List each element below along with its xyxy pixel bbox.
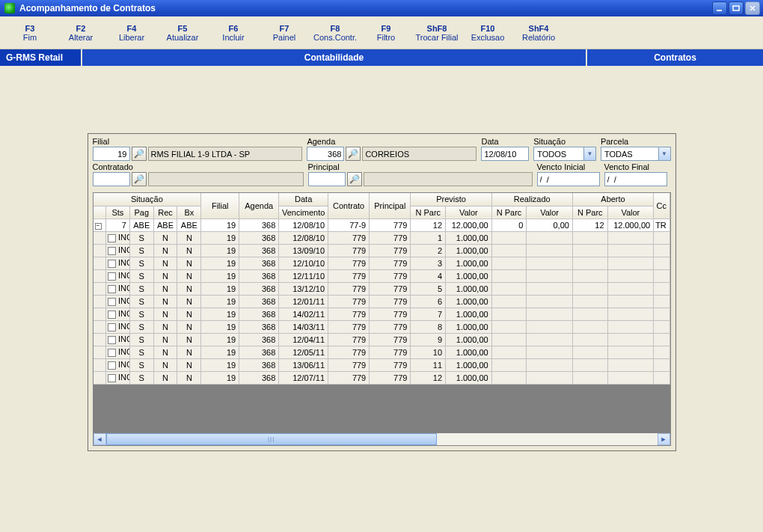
checkbox[interactable]	[108, 272, 116, 281]
cell-valor-abe[interactable]	[607, 308, 654, 320]
grid-row[interactable]: INCSNN1936813/06/11779779111.000,00	[94, 358, 670, 371]
cell-filial[interactable]: 19	[201, 269, 239, 282]
cell-valor-prev[interactable]: 1.000,00	[446, 371, 492, 384]
cell-agenda[interactable]: 368	[239, 269, 279, 282]
cell-bx[interactable]: N	[177, 231, 201, 244]
cell-agenda[interactable]: 368	[239, 346, 279, 358]
cell-rec[interactable]: N	[153, 244, 177, 257]
cell-nparc-prev[interactable]: 3	[411, 257, 446, 269]
scroll-thumb[interactable]: |||	[106, 433, 437, 445]
parcela-combo[interactable]: TODAS ▼	[601, 147, 671, 161]
cell-principal[interactable]: 779	[370, 308, 411, 320]
cell-filial[interactable]: 19	[201, 320, 239, 333]
cell-nparc-real[interactable]	[491, 295, 527, 308]
cell-valor-prev[interactable]: 1.000,00	[446, 333, 492, 346]
cell-pag[interactable]: S	[129, 269, 153, 282]
col-agenda[interactable]: Agenda	[239, 193, 279, 218]
cell-valor-prev[interactable]: 1.000,00	[446, 282, 492, 295]
cell-pag[interactable]: S	[129, 308, 153, 320]
cell-sts[interactable]: INC	[105, 320, 129, 333]
grid-row[interactable]: INCSNN1936813/09/1077977921.000,00	[94, 244, 670, 257]
cell-rec[interactable]: N	[153, 231, 177, 244]
grid-row[interactable]: INCSNN1936812/05/11779779101.000,00	[94, 346, 670, 358]
cell-filial[interactable]: 19	[201, 371, 239, 384]
cell-rec[interactable]: N	[153, 295, 177, 308]
cell-sts[interactable]: INC	[105, 346, 129, 358]
cell-contrato[interactable]: 779	[328, 257, 370, 269]
cell-bx[interactable]: N	[177, 308, 201, 320]
checkbox[interactable]	[108, 285, 116, 293]
cell-nparc-real[interactable]	[491, 282, 527, 295]
cell-pag[interactable]: S	[129, 333, 153, 346]
cell-principal[interactable]: 779	[370, 231, 411, 244]
grid-row[interactable]: INCSNN1936814/03/1177977981.000,00	[94, 320, 670, 333]
cell-nparc-real[interactable]	[491, 269, 527, 282]
cell-valor-prev[interactable]: 1.000,00	[446, 320, 492, 333]
grid-row[interactable]: INCSNN1936812/08/1077977911.000,00	[94, 231, 670, 244]
cell-valor-prev[interactable]: 1.000,00	[446, 346, 492, 358]
toolbar-button-incluir[interactable]: F6Incluir	[208, 19, 259, 47]
cell-filial[interactable]: 19	[201, 308, 239, 320]
cell-agenda[interactable]: 368	[239, 308, 279, 320]
cell-nparc-abe[interactable]	[572, 269, 607, 282]
cell-principal[interactable]: 779	[370, 320, 411, 333]
col-group-situacao[interactable]: Situação	[94, 193, 201, 206]
col-cc[interactable]: Cc	[654, 193, 669, 218]
cell-nparc-prev[interactable]: 1	[411, 231, 446, 244]
cell-sts[interactable]: 7	[105, 218, 129, 231]
cell-cc[interactable]	[654, 320, 669, 333]
cell-nparc-real[interactable]	[491, 231, 527, 244]
cell-nparc-abe[interactable]	[572, 371, 607, 384]
cell-principal[interactable]: 779	[370, 295, 411, 308]
maximize-button[interactable]	[729, 1, 744, 15]
col-group-previsto[interactable]: Previsto	[411, 193, 491, 206]
cell-valor-real[interactable]	[527, 282, 573, 295]
cell-nparc-prev[interactable]: 5	[411, 282, 446, 295]
cell-cc[interactable]	[654, 346, 669, 358]
checkbox[interactable]	[108, 336, 116, 344]
cell-valor-prev[interactable]: 12.000,00	[446, 218, 492, 231]
cell-valor-abe[interactable]	[607, 320, 654, 333]
agenda-lookup-button[interactable]: 🔎	[346, 147, 361, 161]
close-button[interactable]	[745, 1, 760, 15]
cell-valor-real[interactable]	[527, 346, 573, 358]
cell-nparc-abe[interactable]	[572, 231, 607, 244]
toolbar-button-atualizar[interactable]: F5Atualizar	[157, 19, 208, 47]
cell-contrato[interactable]: 779	[328, 320, 370, 333]
cell-contrato[interactable]: 779	[328, 269, 370, 282]
cell-valor-abe[interactable]: 12.000,00	[607, 218, 654, 231]
cell-valor-prev[interactable]: 1.000,00	[446, 244, 492, 257]
cell-principal[interactable]: 779	[370, 269, 411, 282]
grid-row[interactable]: INCSNN1936812/04/1177977991.000,00	[94, 333, 670, 346]
cell-contrato[interactable]: 779	[328, 308, 370, 320]
cell-contrato[interactable]: 779	[328, 244, 370, 257]
cell-cc[interactable]	[654, 358, 669, 371]
cell-sts[interactable]: INC	[105, 257, 129, 269]
cell-agenda[interactable]: 368	[239, 371, 279, 384]
cell-venc[interactable]: 13/12/10	[279, 282, 328, 295]
col-principal[interactable]: Principal	[370, 193, 411, 218]
scroll-left-button[interactable]: ◄	[94, 433, 106, 445]
checkbox[interactable]	[108, 374, 116, 382]
checkbox[interactable]	[108, 323, 116, 331]
cell-bx[interactable]: N	[177, 371, 201, 384]
cell-venc[interactable]: 12/08/10	[279, 218, 328, 231]
toolbar-button-liberar[interactable]: F4Liberar	[106, 19, 157, 47]
cell-nparc-abe[interactable]	[572, 295, 607, 308]
cell-venc[interactable]: 13/06/11	[279, 358, 328, 371]
cell-nparc-prev[interactable]: 2	[411, 244, 446, 257]
col-filial[interactable]: Filial	[201, 193, 239, 218]
cell-contrato[interactable]: 779	[328, 295, 370, 308]
cell-nparc-prev[interactable]: 6	[411, 295, 446, 308]
cell-venc[interactable]: 12/04/11	[279, 333, 328, 346]
cell-nparc-abe[interactable]	[572, 346, 607, 358]
col-contrato[interactable]: Contrato	[328, 193, 370, 218]
col-bx[interactable]: Bx	[177, 206, 201, 218]
cell-cc[interactable]	[654, 371, 669, 384]
col-nparc-abe[interactable]: N Parc	[572, 206, 607, 218]
col-group-aberto[interactable]: Aberto	[572, 193, 653, 206]
cell-rec[interactable]: N	[153, 257, 177, 269]
cell-rec[interactable]: N	[153, 358, 177, 371]
cell-sts[interactable]: INC	[105, 358, 129, 371]
cell-valor-abe[interactable]	[607, 282, 654, 295]
